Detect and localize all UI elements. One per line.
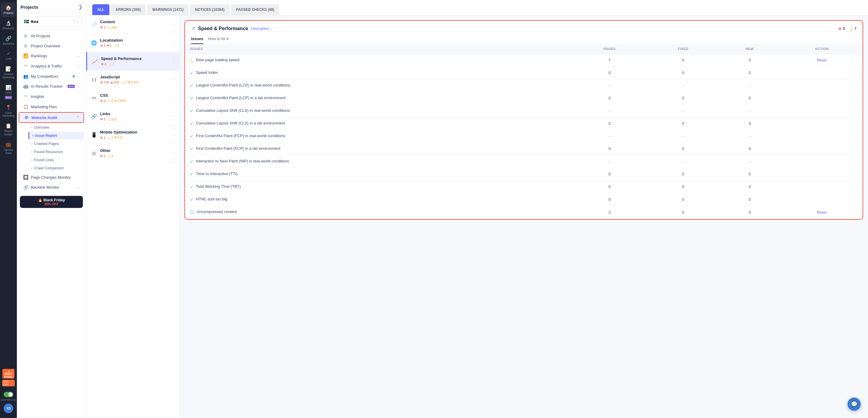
issue-fixed-cell: 0 (648, 181, 718, 193)
javascript-error-count: ⊗ 106 ▲106 (100, 81, 119, 85)
nav-item-research[interactable]: 🔬 Research (1, 18, 16, 33)
javascript-category-stats: ⊗ 106 ▲106 △ 0 ▼3,597 (100, 81, 170, 85)
table-row: ✓ Largest Contentful Paint (LCP) in a la… (185, 92, 863, 104)
issue-fixed-cell: 0 (648, 54, 718, 67)
speed-category-stats: ⊗ 0 △ 7 (101, 62, 170, 66)
issue-pages-cell: 0 (571, 168, 648, 181)
issue-name-cell: ✓ Largest Contentful Paint (LCP) in real… (185, 79, 571, 92)
issue-status-icon: ✓ (190, 83, 193, 88)
sidebar: Projects ❯ 🇸🇪 Ikea ⌃⌄ ⊞ All Projects ⊞ P… (17, 0, 86, 418)
nav-label-local-marketing: Local Marketing (2, 111, 15, 118)
new-menu-label: New Menu UI (1, 398, 16, 401)
issue-action-cell (781, 181, 863, 193)
sidebar-item-marketing-plan[interactable]: 📋 Marketing Plan (19, 102, 84, 111)
issue-status-icon: △ (190, 58, 193, 63)
issue-fixed-cell: — (648, 130, 718, 142)
sidebar-sub-found-links[interactable]: Found Links (28, 156, 84, 164)
issue-fixed-cell: 0 (648, 92, 718, 104)
issue-name-cell: ✓ Largest Contentful Paint (LCP) in a la… (185, 92, 571, 104)
sidebar-sub-issue-report[interactable]: Issue Report (28, 132, 84, 139)
javascript-warn-count: △ 0 ▼3,597 (121, 81, 139, 85)
analytics-icon: 〜 (23, 63, 28, 69)
nav-item-report-builder[interactable]: 📋 Report Builder (1, 121, 16, 139)
tab-notices[interactable]: NOTICES (10364) (190, 4, 230, 15)
issue-action-cell (781, 117, 863, 130)
panel-tab-how-to-fix[interactable]: How to fix it (208, 34, 228, 44)
sidebar-label-insights: Insights (31, 94, 80, 99)
category-links[interactable]: 🔗 Links ⊗ 5 △ 503 › (86, 107, 179, 126)
panel-warning-icon: △ (850, 26, 853, 31)
tab-all[interactable]: ALL (92, 4, 110, 15)
sidebar-item-page-changes[interactable]: 🔲 Page Changes Monitor (19, 172, 84, 182)
tab-warnings[interactable]: WARNINGS (1471) (147, 4, 189, 15)
category-mobile[interactable]: 📱 Mobile Optimization ⊗ 2 △ 2 ▼931 › (86, 126, 179, 144)
nav-item-projects[interactable]: 🏠 Projects (1, 2, 16, 17)
nav-item-backlinks[interactable]: 🔗 Backlinks (1, 33, 16, 48)
issue-status-icon: ✓ (190, 70, 193, 75)
sidebar-label-analytics: Analytics & Traffic (31, 64, 75, 68)
category-localization[interactable]: 🌐 Localization ⊗ 4 ▼1 △ 0 › (86, 34, 179, 52)
tab-passed[interactable]: PASSED CHECKS (68) (231, 4, 279, 15)
issue-name-cell: ✓ Total Blocking Time (TBT) (185, 181, 571, 193)
other-arrow-icon: › (173, 151, 175, 155)
category-speed-performance[interactable]: 📈 Speed & Performance ⊗ 0 △ 7 › (86, 52, 179, 70)
nav-label-content-marketing: Content Marketing (2, 73, 15, 79)
nav-item-agency-pack[interactable]: 💼 Agency Pack (1, 139, 16, 157)
marketing-plan-icon: 📋 (23, 104, 28, 109)
sidebar-item-all-projects[interactable]: ⊞ All Projects (19, 31, 84, 41)
sidebar-item-rankings[interactable]: 📶 Rankings ⌄ (19, 51, 84, 61)
black-friday-banner[interactable]: 🔥 Black Friday 20% OFF (20, 196, 83, 208)
content-category-info: Content ⊗ 3 △ 945 (100, 20, 170, 29)
speed-error-count: ⊗ 0 (101, 62, 106, 66)
sidebar-item-insights[interactable]: 〜 Insights (19, 91, 84, 102)
category-css[interactable]: <> CSS ⊗ 0 △ 0 ▼1,808 › (86, 89, 179, 107)
black-friday-badge: 🔥Black Friday (2, 369, 14, 379)
issue-pages-cell: — (571, 130, 648, 142)
category-javascript[interactable]: { } JavaScript ⊗ 106 ▲106 △ 0 ▼3,597 › (86, 70, 179, 89)
new-menu-toggle[interactable] (4, 392, 13, 397)
sidebar-sub-crawl-comparison[interactable]: Crawl Comparison (28, 164, 84, 172)
localization-error-count: ⊗ 4 ▼1 (100, 44, 112, 47)
localization-warn-count: △ 0 (114, 44, 119, 47)
sidebar-item-backlink-monitor[interactable]: 🔗 Backlink Monitor ⌄ (19, 182, 84, 192)
localization-category-icon: 🌐 (91, 40, 97, 46)
category-content[interactable]: 📄 Content ⊗ 3 △ 945 › (86, 15, 179, 34)
reset-button-uncompressed[interactable]: Reset (817, 211, 827, 215)
javascript-category-info: JavaScript ⊗ 106 ▲106 △ 0 ▼3,597 (100, 75, 170, 85)
issue-label: Largest Contentful Paint (LCP) in real-w… (196, 83, 290, 87)
mobile-arrow-icon: › (173, 133, 175, 137)
category-other[interactable]: ◎ Other ⊗ 0 △ 0 › (86, 144, 179, 162)
sidebar-sub-label-found-resources: Found Resources (34, 150, 63, 154)
issue-fixed-cell: 0 (648, 168, 718, 181)
nav-item-audit[interactable]: ✓ Audit (1, 48, 16, 63)
panel-tab-issues[interactable]: Issues (191, 34, 203, 44)
sidebar-item-website-audit[interactable]: ⚙ Website Audit ⌃ (19, 113, 84, 122)
website-audit-arrow-icon: ⌃ (76, 116, 79, 120)
issue-label: Time to Interactive (TTI) (196, 171, 238, 176)
sidebar-sub-label-issue-report: Issue Report (35, 133, 57, 138)
sidebar-item-my-competitors[interactable]: 👥 My Competitors ⌄ (19, 71, 84, 81)
sidebar-item-ai-tracker[interactable]: 🤖 AI Results Tracker Beta ⌄ (19, 82, 84, 91)
tab-errors[interactable]: ERRORS (350) (111, 4, 146, 15)
nav-item-smm[interactable]: 📊 SMM Beta (1, 82, 16, 102)
sidebar-sub-overview[interactable]: Overview (28, 124, 84, 131)
sidebar-sub-crawled-pages[interactable]: Crawled Pages (28, 140, 84, 148)
top-tabs-bar: ALL ERRORS (350) WARNINGS (1471) NOTICES… (86, 0, 868, 15)
sidebar-sub-found-resources[interactable]: Found Resources (28, 148, 84, 156)
issue-new-cell: 0 (718, 206, 781, 219)
sidebar-item-project-overview[interactable]: ⊞ Project Overview (19, 41, 84, 51)
nav-item-local-marketing[interactable]: 📍 Local Marketing (1, 102, 16, 120)
black-friday-nav[interactable]: 🔥Black Friday 20% OFF (1, 366, 16, 389)
panel-header-stats: ⊗ 0 △ 7 (838, 26, 857, 31)
issue-label: Total Blocking Time (TBT) (196, 184, 241, 189)
description-button[interactable]: Description ⌄ (251, 27, 273, 31)
sidebar-close-btn[interactable]: ❯ (79, 4, 82, 10)
other-category-stats: ⊗ 0 △ 0 (100, 154, 170, 158)
sidebar-item-analytics-traffic[interactable]: 〜 Analytics & Traffic ⌄ (19, 61, 84, 71)
nav-item-content-marketing[interactable]: 📝 Content Marketing (1, 64, 16, 82)
sidebar-label-marketing-plan: Marketing Plan (31, 104, 80, 109)
chat-bubble-button[interactable]: 💬 (847, 397, 861, 411)
project-selector[interactable]: 🇸🇪 Ikea ⌃⌄ (21, 16, 82, 27)
reset-button-slow-page-loading[interactable]: Reset (817, 58, 827, 62)
user-avatar[interactable]: YD (4, 404, 13, 413)
